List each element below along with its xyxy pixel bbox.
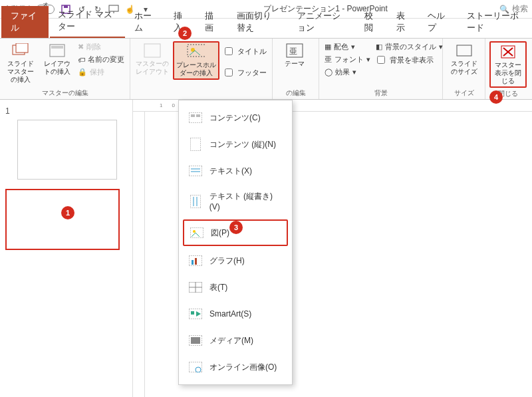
svg-rect-24: [190, 195, 201, 208]
colors-label: 配色: [334, 42, 348, 52]
colors-button[interactable]: ▦配色 ▾: [323, 41, 372, 53]
layout-thumb-marker[interactable]: [5, 189, 120, 250]
svg-rect-20: [190, 138, 201, 151]
delete-button[interactable]: ✖削除: [76, 41, 126, 53]
tab-storyboard[interactable]: ストーリーボード: [459, 6, 532, 38]
ruler-vertical: [133, 112, 145, 397]
slide-size-label: スライドのサイズ: [448, 60, 479, 76]
tab-file[interactable]: ファイル: [1, 6, 49, 38]
dd-table[interactable]: 表(T): [179, 274, 292, 301]
layout-icon: [48, 43, 66, 59]
themes-button[interactable]: 亜 テーマ: [277, 41, 313, 69]
ribbon: スライド マスターの挿入 レイアウトの挿入 ✖削除 🏷名前の変更 🔒保持 マスタ…: [0, 39, 532, 100]
preserve-label: 保持: [90, 67, 104, 77]
rename-label: 名前の変更: [88, 55, 124, 65]
delete-icon: ✖: [78, 43, 84, 51]
insert-layout-label: レイアウトの挿入: [42, 60, 73, 76]
effects-button[interactable]: ◯効果 ▾: [323, 66, 372, 78]
group-master-layout: マスターのレイアウト プレースホルダーの挿入 タイトル フッター: [130, 39, 273, 99]
dd-chart[interactable]: グラフ(H): [179, 247, 292, 274]
rename-icon: 🏷: [78, 56, 85, 64]
fonts-button[interactable]: 亜フォント ▾: [323, 54, 372, 65]
footer-checkbox[interactable]: フッター: [222, 66, 267, 78]
dd-media[interactable]: メディア(M): [179, 327, 292, 354]
dd-label: テキスト (縦書き)(V): [209, 191, 283, 211]
bg-styles-label: 背景のスタイル: [385, 42, 436, 52]
svg-rect-18: [191, 114, 195, 117]
tab-transitions[interactable]: 画面切り替え: [229, 6, 288, 38]
insert-slide-master-label: スライド マスターの挿入: [5, 60, 37, 84]
svg-rect-39: [191, 337, 200, 344]
content-icon: [188, 111, 203, 124]
tab-home[interactable]: ホーム: [126, 6, 164, 38]
group-edit-master-label: マスターの編集: [4, 87, 126, 98]
fonts-icon: 亜: [325, 55, 332, 65]
tab-animations[interactable]: アニメーション: [289, 6, 356, 38]
insert-placeholder-button[interactable]: プレースホルダーの挿入: [173, 41, 219, 80]
slide-size-button[interactable]: スライドのサイズ: [447, 41, 481, 77]
svg-rect-21: [189, 166, 202, 176]
group-size: スライドのサイズ サイズ: [443, 39, 485, 99]
dd-content[interactable]: コンテンツ(C): [179, 104, 292, 131]
dd-label: 表(T): [209, 282, 227, 293]
group-background: ▦配色 ▾ 亜フォント ▾ ◯効果 ▾ ◧背景のスタイル ▾ 背景を非表示 背景: [319, 39, 443, 99]
master-layout-label: マスターのレイアウト: [136, 60, 169, 76]
group-size-label: サイズ: [447, 87, 481, 98]
close-master-button[interactable]: マスター表示を閉じる: [489, 41, 527, 88]
dd-label: テキスト(X): [209, 166, 252, 177]
preserve-icon: 🔒: [78, 68, 87, 76]
media-icon: [188, 334, 203, 347]
badge-3: 3: [229, 221, 243, 234]
slide-size-icon: [455, 43, 473, 59]
svg-rect-31: [195, 258, 197, 265]
bg-styles-button[interactable]: ◧背景のスタイル ▾: [374, 41, 444, 53]
insert-layout-button[interactable]: レイアウトの挿入: [41, 41, 74, 77]
thumb-number: 1: [5, 106, 127, 116]
placeholder-dropdown: コンテンツ(C) コンテンツ (縦)(N) テキスト(X) テキスト (縦書き)…: [178, 100, 293, 385]
svg-rect-8: [144, 44, 160, 57]
themes-icon: 亜: [285, 43, 304, 59]
svg-rect-30: [192, 260, 194, 265]
smartart-icon: [188, 307, 203, 321]
hide-bg-checkbox[interactable]: 背景を非表示: [374, 54, 444, 66]
fonts-label: フォント: [334, 55, 364, 65]
title-checkbox[interactable]: タイトル: [222, 45, 267, 57]
text-v-icon: [188, 195, 203, 208]
preserve-button[interactable]: 🔒保持: [76, 66, 126, 78]
tab-view[interactable]: 表示: [388, 6, 419, 38]
dd-label: オンライン画像(O): [209, 362, 277, 373]
master-layout-icon: [143, 43, 162, 59]
bg-styles-icon: ◧: [376, 43, 382, 51]
close-icon: [499, 44, 517, 60]
dd-smartart[interactable]: SmartArt(S): [179, 301, 292, 327]
insert-placeholder-label: プレースホルダーの挿入: [176, 61, 217, 77]
master-layout-button[interactable]: マスターのレイアウト: [134, 41, 170, 77]
title-cb-label: タイトル: [237, 47, 267, 57]
dd-text[interactable]: テキスト(X): [179, 158, 292, 184]
dd-text-vertical[interactable]: テキスト (縦書き)(V): [179, 184, 292, 218]
colors-icon: ▦: [325, 43, 331, 51]
insert-slide-master-button[interactable]: スライド マスターの挿入: [4, 41, 38, 85]
dd-label: 図(P): [211, 227, 229, 239]
group-master-layout-label: [134, 89, 268, 98]
chart-icon: [188, 254, 203, 267]
hide-bg-label: 背景を非表示: [390, 55, 434, 65]
dd-label: コンテンツ (縦)(N): [209, 139, 276, 150]
tab-review[interactable]: 校閲: [356, 6, 387, 38]
tab-slide-master[interactable]: スライド マスター: [50, 5, 125, 38]
delete-label: 削除: [86, 42, 101, 52]
group-theme: 亜 テーマ の編集: [273, 39, 319, 99]
dd-content-vertical[interactable]: コンテンツ (縦)(N): [179, 131, 292, 158]
slide-thumb-1[interactable]: [17, 120, 117, 180]
rename-button[interactable]: 🏷名前の変更: [76, 54, 126, 65]
tab-help[interactable]: ヘルプ: [420, 6, 457, 38]
table-icon: [188, 281, 203, 294]
text-icon: [188, 164, 203, 178]
svg-text:亜: 亜: [289, 47, 297, 56]
group-edit-master: スライド マスターの挿入 レイアウトの挿入 ✖削除 🏷名前の変更 🔒保持 マスタ…: [0, 39, 130, 99]
dd-online-image[interactable]: オンライン画像(O): [179, 354, 292, 380]
group-close: マスター表示を閉じる 閉じる: [485, 39, 531, 99]
tab-draw[interactable]: 描画: [197, 6, 227, 38]
dd-label: コンテンツ(C): [209, 112, 261, 124]
svg-rect-36: [191, 311, 194, 315]
